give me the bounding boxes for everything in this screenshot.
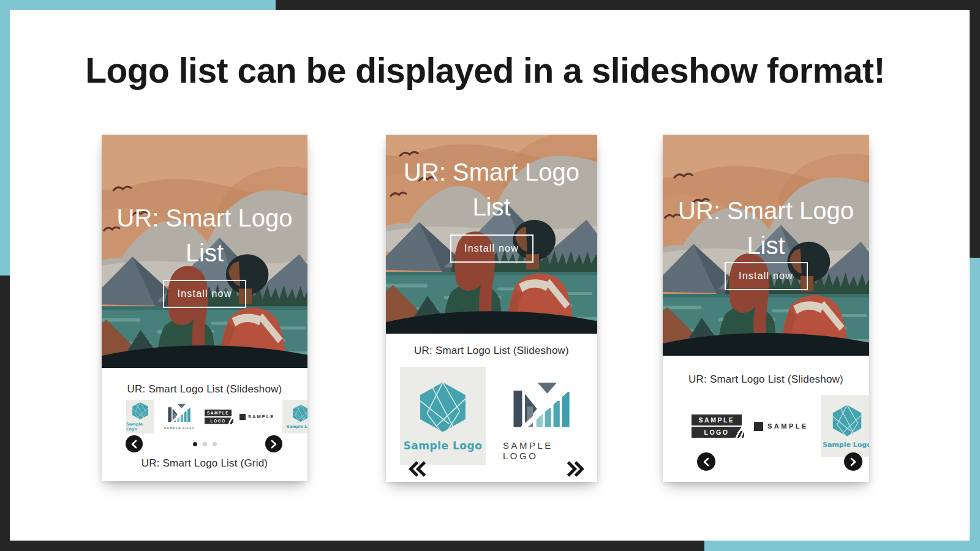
plugin-banner-title: UR: Smart Logo List — [663, 193, 869, 263]
plugin-banner-title: UR: Smart Logo List — [102, 201, 307, 271]
sample-logo-hexagon: Sample Logo — [126, 400, 154, 433]
preview-card-large-slideshow: UR: Smart Logo List Install now UR: Smar… — [386, 135, 597, 482]
carousel-dot-1[interactable] — [193, 442, 197, 446]
frame-strip-top-teal — [0, 0, 276, 10]
hexagon-icon — [292, 404, 307, 422]
banner-title-line1: UR: Smart Logo — [117, 204, 293, 231]
square-logo-label: SAMPLE — [248, 414, 274, 419]
frame-strip-right-dark — [970, 0, 980, 258]
chevron-left-icon — [703, 457, 709, 467]
carousel-dots — [193, 442, 217, 446]
sample-logo-badge: SAMPLE LOGO — [205, 410, 232, 424]
banner-title-line2: List — [186, 239, 224, 266]
plugin-banner-illustration: UR: Smart Logo List Install now — [102, 135, 307, 368]
sample-logo-hexagon: Sample Logo — [821, 395, 869, 457]
preview-card-slideshow-and-grid: UR: Smart Logo List Install now UR: Smar… — [102, 135, 307, 481]
sample-logo-hexagon: Sample Logo — [400, 367, 486, 465]
banner-overlay: UR: Smart Logo List Install now — [663, 135, 869, 356]
carousel-next-button[interactable] — [265, 435, 282, 452]
hexagon-logo-label: Sample Logo — [823, 441, 869, 449]
frame-strip-right — [970, 0, 980, 551]
sample-logo-hexagon-partial: Sample Logo — [282, 400, 307, 433]
slideshow-next-button[interactable] — [566, 461, 584, 479]
banner-title-line2: List — [747, 232, 785, 259]
frame-strip-top-dark — [276, 0, 980, 10]
hexagon-logo-label: Sample Logo — [287, 424, 307, 429]
chevron-right-icon — [271, 440, 277, 449]
carousel-controls — [102, 435, 307, 453]
sample-logo-bars: SAMPLE LOGO — [503, 383, 581, 461]
carousel-dot-3[interactable] — [213, 442, 217, 446]
hexagon-icon — [831, 404, 864, 437]
logo-slideshow-strip: SAMPLE LOGO SAMPLE Sample Logo — [663, 395, 869, 457]
bars-icon — [167, 404, 192, 424]
badge-stripes-decoration — [226, 419, 233, 424]
banner-overlay: UR: Smart Logo List Install now — [386, 135, 597, 334]
sample-logo-square: SAMPLE — [754, 422, 809, 431]
carousel-prev-button[interactable] — [697, 452, 715, 471]
banner-title-line2: List — [472, 193, 510, 220]
install-now-button[interactable]: Install now — [450, 234, 533, 263]
bars-logo-label: SAMPLE LOGO — [164, 426, 195, 430]
frame-strip-bottom-teal — [704, 541, 980, 551]
square-logo-label: SAMPLE — [767, 422, 809, 430]
badge-row-sample: SAMPLE — [692, 414, 742, 425]
logo-slideshow-strip: Sample Logo SAMPLE LOGO — [386, 367, 597, 465]
square-mark-icon — [754, 422, 763, 431]
sample-logo-square: SAMPLE — [239, 414, 274, 420]
hexagon-logo-label: Sample Logo — [126, 422, 154, 432]
hexagon-icon — [131, 402, 149, 420]
bars-icon — [511, 383, 573, 432]
frame-strip-right-teal — [970, 258, 980, 551]
chevron-right-icon — [850, 457, 856, 467]
frame-strip-left-dark — [0, 276, 10, 551]
frame-strip-bottom — [0, 541, 980, 551]
double-chevron-left-icon — [409, 461, 427, 477]
carousel-next-button[interactable] — [844, 452, 862, 471]
chevron-left-icon — [131, 440, 137, 449]
badge-stripes-decoration — [734, 431, 744, 438]
sample-logo-bars: SAMPLE LOGO — [162, 404, 197, 430]
card-body: UR: Smart Logo List (Slideshow) SAMPLE L… — [663, 356, 869, 482]
carousel-dot-2[interactable] — [203, 442, 207, 446]
banner-title-line1: UR: Smart Logo — [678, 197, 854, 224]
page-title: Logo list can be displayed in a slidesho… — [0, 50, 970, 91]
logo-slideshow-strip: Sample Logo SAMPLE LOGO SAMPLE LOGO SAMP… — [102, 399, 307, 434]
hexagon-logo-label: Sample Logo — [404, 440, 483, 452]
plugin-banner-illustration: UR: Smart Logo List Install now — [386, 135, 597, 334]
card-body: UR: Smart Logo List (Slideshow) Sample L… — [386, 334, 597, 482]
grid-section-title: UR: Smart Logo List (Grid) — [102, 457, 307, 470]
frame-strip-bottom-dark — [0, 541, 704, 551]
hexagon-icon — [417, 381, 469, 433]
plugin-banner-illustration: UR: Smart Logo List Install now — [663, 135, 869, 356]
square-mark-icon — [239, 414, 246, 420]
plugin-banner-title: UR: Smart Logo List — [386, 155, 597, 225]
install-now-button[interactable]: Install now — [725, 262, 808, 290]
badge-row-sample: SAMPLE — [205, 410, 232, 416]
install-now-button[interactable]: Install now — [163, 280, 246, 308]
frame-strip-left-teal — [0, 0, 10, 276]
banner-title-line1: UR: Smart Logo — [404, 159, 579, 186]
bars-logo-label: SAMPLE LOGO — [503, 440, 581, 461]
banner-overlay: UR: Smart Logo List Install now — [102, 135, 307, 368]
slideshow-section-title: UR: Smart Logo List (Slideshow) — [102, 368, 307, 395]
sample-logo-badge: SAMPLE LOGO — [692, 414, 742, 438]
slideshow-section-title: UR: Smart Logo List (Slideshow) — [386, 334, 597, 357]
card-body: UR: Smart Logo List (Slideshow) Sample L… — [102, 368, 307, 481]
carousel-prev-button[interactable] — [126, 435, 143, 452]
slideshow-section-title: UR: Smart Logo List (Slideshow) — [663, 356, 869, 386]
preview-card-medium-slideshow: UR: Smart Logo List Install now UR: Smar… — [663, 135, 869, 482]
slideshow-prev-button[interactable] — [409, 461, 427, 479]
frame-strip-top — [0, 0, 980, 10]
double-chevron-right-icon — [566, 461, 584, 477]
